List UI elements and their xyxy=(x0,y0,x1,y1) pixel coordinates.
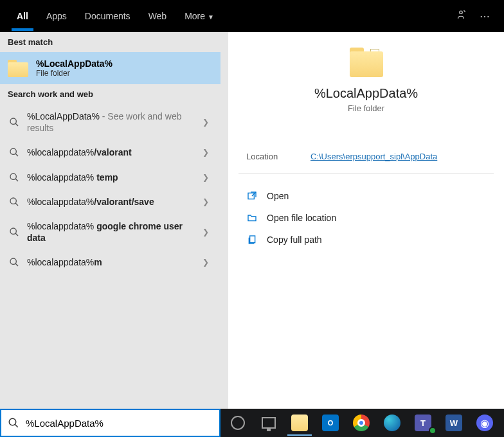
location-label: Location xyxy=(246,152,310,161)
svg-line-6 xyxy=(15,179,18,181)
search-icon xyxy=(9,172,19,183)
taskbar: O T W ◉ xyxy=(221,409,504,437)
tab-documents[interactable]: Documents xyxy=(76,2,140,30)
best-match-header: Best match xyxy=(0,32,221,52)
location-link[interactable]: C:\Users\erpsupport_sipl\AppData xyxy=(310,152,437,161)
folder-icon xyxy=(350,48,383,77)
svg-rect-14 xyxy=(250,236,255,243)
edge-icon xyxy=(384,415,401,431)
svg-point-7 xyxy=(10,198,16,204)
svg-line-8 xyxy=(15,203,18,206)
best-match-result[interactable]: %LocalAppData% File folder xyxy=(0,52,221,84)
taskbar-explorer[interactable] xyxy=(285,410,314,436)
suggestion-item[interactable]: %LocalAppData% - See work and web result… xyxy=(0,104,221,140)
best-match-subtitle: File folder xyxy=(36,69,113,78)
chevron-down-icon: ▼ xyxy=(208,13,214,21)
more-options-icon[interactable]: ⋯ xyxy=(473,5,496,28)
svg-point-15 xyxy=(9,418,16,425)
chevron-right-icon[interactable]: ❯ xyxy=(200,197,212,206)
svg-point-0 xyxy=(460,11,463,14)
suggestion-item[interactable]: %localappdata% temp ❯ xyxy=(0,165,221,190)
tab-apps[interactable]: Apps xyxy=(37,2,76,30)
open-icon xyxy=(246,190,258,202)
preview-panel: %LocalAppData% File folder Location C:\U… xyxy=(221,32,504,409)
status-badge-icon xyxy=(429,427,437,434)
search-icon xyxy=(8,417,19,429)
search-scope-tabs: All Apps Documents Web More▼ ⋯ xyxy=(0,0,504,32)
tab-web[interactable]: Web xyxy=(140,2,176,30)
svg-rect-13 xyxy=(248,193,254,199)
svg-point-9 xyxy=(10,228,16,234)
taskbar-discord[interactable]: ◉ xyxy=(470,410,500,436)
discord-icon: ◉ xyxy=(476,415,493,431)
word-icon: W xyxy=(446,415,462,431)
tab-all[interactable]: All xyxy=(8,2,37,30)
search-input[interactable] xyxy=(26,418,213,429)
action-open-location[interactable]: Open file location xyxy=(239,207,494,229)
taskbar-word[interactable]: W xyxy=(439,410,469,436)
best-match-title: %LocalAppData% xyxy=(36,58,113,69)
chevron-right-icon[interactable]: ❯ xyxy=(200,258,212,267)
search-icon xyxy=(9,257,19,267)
chrome-icon xyxy=(353,415,370,431)
copy-icon xyxy=(246,234,258,245)
task-view-button[interactable] xyxy=(254,410,284,436)
svg-point-5 xyxy=(10,174,16,179)
svg-point-1 xyxy=(10,118,16,124)
preview-title: %LocalAppData% xyxy=(239,86,494,101)
svg-line-16 xyxy=(15,424,18,427)
svg-line-10 xyxy=(15,233,18,236)
search-icon xyxy=(9,197,19,207)
svg-point-3 xyxy=(10,148,16,154)
action-open[interactable]: Open xyxy=(239,185,494,207)
file-explorer-icon xyxy=(291,415,308,431)
svg-line-4 xyxy=(15,154,18,156)
search-icon xyxy=(9,227,19,237)
folder-location-icon xyxy=(246,212,258,224)
chevron-right-icon[interactable]: ❯ xyxy=(200,227,212,236)
folder-icon xyxy=(8,60,28,77)
search-icon xyxy=(9,117,19,127)
search-box[interactable] xyxy=(0,409,221,437)
svg-line-12 xyxy=(15,263,18,266)
feedback-icon[interactable] xyxy=(449,4,473,28)
search-web-header: Search work and web xyxy=(0,84,221,104)
suggestion-item[interactable]: %localappdata%m ❯ xyxy=(0,250,221,274)
taskbar-edge[interactable] xyxy=(377,410,407,436)
results-panel: Best match %LocalAppData% File folder Se… xyxy=(0,32,221,409)
search-icon xyxy=(9,147,19,157)
taskbar-chrome[interactable] xyxy=(346,410,376,436)
cortana-button[interactable] xyxy=(223,410,253,436)
outlook-icon: O xyxy=(322,415,339,431)
cortana-icon xyxy=(231,416,245,430)
taskbar-outlook[interactable]: O xyxy=(316,410,345,436)
preview-subtitle: File folder xyxy=(239,103,494,113)
svg-line-2 xyxy=(15,123,18,126)
action-copy-path[interactable]: Copy full path xyxy=(239,229,494,251)
suggestion-item[interactable]: %localappdata% google chrome user data ❯ xyxy=(0,214,221,250)
svg-point-11 xyxy=(10,258,16,264)
taskbar-teams[interactable]: T xyxy=(408,410,438,436)
chevron-right-icon[interactable]: ❯ xyxy=(200,118,212,127)
tab-more[interactable]: More▼ xyxy=(176,2,223,30)
task-view-icon xyxy=(262,417,276,429)
chevron-right-icon[interactable]: ❯ xyxy=(200,173,212,182)
chevron-right-icon[interactable]: ❯ xyxy=(200,148,212,157)
suggestion-item[interactable]: %localappdata%/valorant ❯ xyxy=(0,140,221,165)
suggestion-item[interactable]: %localappdata%/valorant/save ❯ xyxy=(0,190,221,214)
